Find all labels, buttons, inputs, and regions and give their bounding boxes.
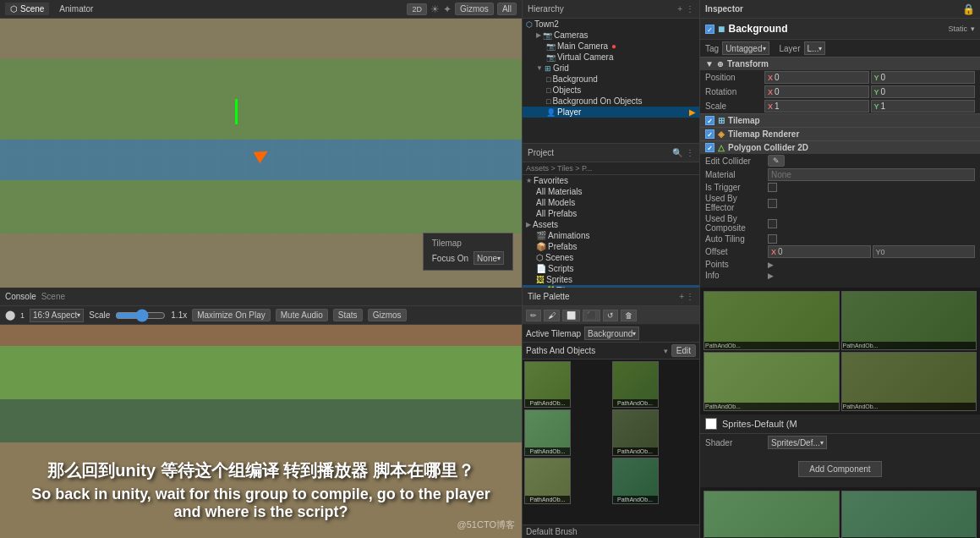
transform-section-header[interactable]: ▼ ⊕ Transform [700, 57, 980, 70]
paths-dropdown-icon[interactable]: ▾ [664, 347, 668, 355]
tree-grid[interactable]: ▼ ⊞ Grid [523, 63, 699, 74]
sprite-preview-2[interactable]: PathAndOb... [841, 291, 977, 350]
project-fav-prefabs[interactable]: All Prefabs [523, 208, 699, 219]
tile-palette-add-btn[interactable]: + [679, 292, 684, 301]
mute-audio-btn[interactable]: Mute Audio [276, 309, 328, 321]
rotation-x-field[interactable]: X 0 [764, 85, 869, 98]
static-label: Static [948, 25, 967, 33]
project-animations[interactable]: 🎬 Animations [523, 230, 699, 241]
info-label: Info [705, 271, 764, 280]
gizmos-game-btn[interactable]: Gizmos [368, 309, 407, 321]
tab-scene[interactable]: ⬡ Scene [5, 3, 49, 15]
tool-rotate-btn[interactable]: ↺ [603, 310, 618, 321]
tool-paint-btn[interactable]: 🖌 [544, 310, 560, 321]
is-trigger-checkbox[interactable] [768, 183, 777, 192]
sprite-extra-2[interactable]: PathAndOb... [841, 491, 977, 538]
edit-collider-btn[interactable]: ✎ [768, 155, 785, 167]
subtitle-area: 那么回到unity 等待这个组编译 转到播放器 脚本在哪里？ So back i… [0, 459, 522, 521]
project-scenes[interactable]: ⬡ Scenes [523, 252, 699, 263]
project-fav-materials[interactable]: All Materials [523, 186, 699, 197]
offset-x-field[interactable]: X 0 [768, 245, 871, 258]
tile-palette-menu-btn[interactable]: ⋮ [686, 292, 694, 301]
tab-animator[interactable]: Animator [54, 3, 98, 15]
sprite-preview-1[interactable]: PathAndOb... [704, 291, 840, 350]
scale-x-field[interactable]: X 1 [764, 100, 869, 113]
position-y-field[interactable]: Y 0 [871, 71, 976, 84]
polygon-collider-section[interactable]: ✓ △ Polygon Collider 2D [700, 140, 980, 154]
play-icon[interactable]: ⬤ [5, 310, 15, 321]
project-sprites[interactable]: 🖼 Sprites [523, 274, 699, 285]
console-tab[interactable]: Console [5, 292, 36, 301]
sprite-p3-label: PathAndOb... [704, 403, 839, 410]
tile-item-6[interactable]: PathAndOb... [612, 458, 659, 504]
layer-dropdown[interactable]: L... [804, 41, 826, 55]
pc-enabled-checkbox[interactable]: ✓ [705, 143, 714, 152]
tile-item-1[interactable]: PathAndOb... [524, 361, 571, 408]
rotation-y-field[interactable]: Y 0 [871, 85, 976, 98]
hierarchy-add-btn[interactable]: + [677, 4, 682, 14]
used-by-composite-checkbox[interactable] [768, 219, 777, 228]
tr-enabled-checkbox[interactable]: ✓ [705, 129, 714, 139]
tile-item-4[interactable]: PathAndOb... [612, 409, 659, 456]
project-scripts[interactable]: 📄 Scripts [523, 263, 699, 274]
tag-dropdown[interactable]: Untagged [722, 41, 769, 55]
tilemap-enabled-checkbox[interactable]: ✓ [705, 116, 714, 125]
obj-enabled-checkbox[interactable]: ✓ [705, 25, 714, 34]
tree-main-camera[interactable]: 📷 Main Camera ● [523, 41, 699, 52]
tree-bg-on-objects[interactable]: □ Background On Objects [523, 96, 699, 107]
edit-palette-btn[interactable]: Edit [671, 344, 696, 357]
project-favorites[interactable]: ★ Favorites [523, 175, 699, 186]
tree-town2[interactable]: ⬡ Town2 [523, 19, 699, 30]
offset-y-field[interactable]: Y 0 [873, 245, 976, 258]
material-row: Material None [700, 167, 980, 182]
tool-rect-btn[interactable]: ⬜ [562, 310, 580, 321]
tile-item-5[interactable]: PathAndOb... [524, 458, 571, 504]
focuson-dropdown[interactable]: None [474, 251, 504, 265]
tree-cameras[interactable]: ▶ 📷 Cameras [523, 30, 699, 41]
maximize-btn[interactable]: Maximize On Play [192, 309, 271, 321]
auto-tiling-checkbox[interactable] [768, 234, 777, 244]
sprite-preview-4[interactable]: PathAndOb... [841, 352, 977, 411]
scene-fx-btn[interactable]: ✦ [443, 3, 452, 15]
tool-delete-btn[interactable]: 🗑 [621, 310, 637, 321]
all-btn[interactable]: All [497, 3, 517, 15]
tree-player[interactable]: 👤 Player ▶ [523, 107, 699, 118]
shader-dropdown[interactable]: Sprites/Def... [768, 436, 827, 449]
tool-pencil-btn[interactable]: ✏ [526, 310, 541, 321]
scene-mode-2d[interactable]: 2D [407, 3, 427, 15]
scale-slider[interactable] [115, 311, 166, 320]
project-assets[interactable]: ▶ Assets [523, 219, 699, 230]
position-x-field[interactable]: X 0 [764, 71, 869, 84]
aspect-dropdown[interactable]: 16:9 Aspect [30, 309, 84, 322]
tool-fill-btn[interactable]: ⬛ [583, 310, 600, 321]
hierarchy-menu-btn[interactable]: ⋮ [686, 4, 694, 14]
tile-palette-panel: Tile Palette + ⋮ ✏ 🖌 ⬜ ⬛ ↺ 🗑 Active Tile… [523, 288, 700, 538]
tile-item-3[interactable]: PathAndOb... [524, 409, 571, 456]
static-dropdown-icon[interactable]: ▾ [971, 25, 975, 33]
project-fav-models[interactable]: All Models [523, 197, 699, 208]
add-component-button[interactable]: Add Component [798, 461, 881, 477]
used-by-effector-checkbox[interactable] [768, 199, 777, 208]
tilemap-section-header[interactable]: ✓ ⊞ Tilemap [700, 113, 980, 127]
gizmos-btn[interactable]: Gizmos [455, 3, 494, 15]
sprite-extra-1[interactable]: PathAndOb... [704, 491, 840, 538]
tree-virtual-camera[interactable]: 📷 Virtual Camera [523, 52, 699, 63]
project-menu-btn[interactable]: ⋮ [686, 148, 694, 157]
points-row[interactable]: Points ▶ [700, 259, 980, 270]
tree-background[interactable]: □ Background [523, 74, 699, 85]
scene-tab-bottom[interactable]: Scene [41, 292, 65, 301]
active-tilemap-dropdown[interactable]: Background [584, 327, 639, 340]
info-row[interactable]: Info ▶ [700, 270, 980, 281]
edit-collider-row: Edit Collider ✎ [700, 154, 980, 167]
scene-lights-btn[interactable]: ☀ [430, 3, 440, 15]
stats-btn[interactable]: Stats [333, 309, 363, 321]
sprite-preview-3[interactable]: PathAndOb... [704, 352, 840, 411]
project-search-icon[interactable]: 🔍 [672, 148, 682, 157]
tile-item-2[interactable]: PathAndOb... [612, 361, 659, 408]
tilemap-renderer-section[interactable]: ✓ ◈ Tilemap Renderer [700, 127, 980, 140]
scale-y-field[interactable]: Y 1 [871, 100, 976, 113]
inspector-lock-icon[interactable]: 🔒 [962, 3, 975, 15]
scenes-label: Scenes [545, 253, 573, 262]
tree-objects[interactable]: □ Objects [523, 85, 699, 96]
project-prefabs[interactable]: 📦 Prefabs [523, 241, 699, 252]
